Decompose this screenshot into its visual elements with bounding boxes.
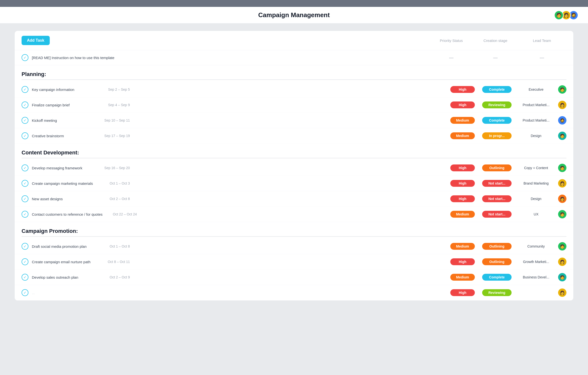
task-cells: Medium Not start... UX 🧑	[450, 210, 566, 218]
col-header-stage: Creation stage	[473, 38, 517, 43]
priority-badge: High	[450, 86, 475, 93]
task-row[interactable]: ✓ Develop sales outreach plan Oct 2 – Oc…	[15, 270, 573, 285]
check-icon: ✓	[22, 289, 28, 296]
row-avatar: 👩	[558, 195, 566, 203]
check-icon: ✓	[22, 164, 28, 171]
row-avatar: 👩	[558, 288, 566, 297]
row-avatar: 🧑	[558, 85, 566, 94]
task-date: Oct 22 – Oct 24	[102, 212, 137, 216]
dash-stage: —	[473, 55, 517, 60]
lead-team: Community	[516, 244, 556, 248]
read-me-text: [READ ME] Instruction on how to use this…	[32, 56, 114, 60]
priority-badge: High	[450, 101, 475, 108]
check-icon: ✓	[22, 274, 28, 281]
check-icon: ✓	[22, 195, 28, 202]
task-name: Creative brainstorm	[32, 134, 96, 138]
task-cells: Medium Complete Product Marketi... 🧔	[450, 116, 566, 125]
row-avatar: 🧑	[558, 132, 566, 140]
task-name: Finalize campaign brief	[32, 103, 96, 107]
section-divider-0	[22, 79, 566, 80]
task-row[interactable]: ✓ Draft social media promotion plan Oct …	[15, 239, 573, 254]
task-name: Develop messaging framework	[32, 166, 96, 170]
task-date: Sep 17 – Sep 19	[96, 134, 130, 138]
task-row[interactable]: ✓ Creative brainstorm Sep 17 – Sep 19 Me…	[15, 128, 573, 144]
section-header-1: Content Development:	[15, 144, 573, 158]
status-badge: Complete	[482, 274, 512, 281]
task-name: Create campaign email nurture path	[32, 260, 96, 264]
check-icon: ✓	[22, 86, 28, 93]
lead-team: Executive	[516, 88, 556, 91]
status-badge: Outlining	[482, 243, 512, 250]
task-row[interactable]: ✓ Create campaign marketing materials Oc…	[15, 176, 573, 191]
read-me-row: ✓ [READ ME] Instruction on how to use th…	[15, 50, 573, 65]
status-badge: Not start...	[482, 211, 512, 218]
lead-team: Business Devel...	[516, 275, 556, 279]
lead-team: Design	[516, 197, 556, 201]
row-avatar: 👩	[558, 258, 566, 266]
task-cells: High Not start... Brand Marketing 👩	[450, 179, 566, 188]
task-row[interactable]: ✓ New asset designs Oct 2 – Oct 8 High N…	[15, 191, 573, 207]
status-badge: Outlining	[482, 164, 512, 171]
priority-badge: High	[450, 258, 475, 265]
priority-badge: Medium	[450, 117, 475, 124]
priority-badge: Medium	[450, 274, 475, 281]
row-avatar: 🧑	[558, 164, 566, 172]
task-name: New asset designs	[32, 197, 96, 201]
task-name: Develop sales outreach plan	[32, 275, 96, 279]
check-icon: ✓	[22, 117, 28, 124]
check-icon: ✓	[22, 180, 28, 187]
task-date: Sep 10 – Sep 11	[96, 118, 130, 122]
task-name: Contact customers to reference / for quo…	[32, 212, 102, 216]
section-divider-2	[22, 236, 566, 237]
lead-team: Growth Marketi...	[516, 260, 556, 264]
check-icon: ✓	[22, 54, 28, 61]
task-row[interactable]: ✓ Kickoff meeting Sep 10 – Sep 11 Medium…	[15, 113, 573, 128]
lead-team: Brand Marketing	[516, 181, 556, 185]
priority-badge: Medium	[450, 211, 475, 218]
task-cells: High Not start... Design 👩	[450, 195, 566, 203]
main-content: Add Task Priority Status Creation stage …	[0, 24, 588, 308]
row-avatar: 🧑	[558, 242, 566, 250]
lead-team: Copy + Content	[516, 166, 556, 170]
task-row[interactable]: ✓ Key campaign information Sep 2 – Sep 5…	[15, 82, 573, 97]
task-card: Add Task Priority Status Creation stage …	[15, 31, 573, 300]
task-row[interactable]: ✓ Contact customers to reference / for q…	[15, 207, 573, 222]
task-cells: High Reviewing 👩	[450, 288, 566, 297]
row-avatar: 👩	[558, 101, 566, 109]
status-badge: Complete	[482, 86, 512, 93]
add-task-button[interactable]: Add Task	[22, 36, 50, 45]
task-name: Create campaign marketing materials	[32, 181, 96, 186]
avatar-1: 🧑	[554, 11, 564, 20]
dash-priority: —	[429, 55, 473, 60]
top-bar	[0, 0, 588, 7]
check-icon: ✓	[22, 243, 28, 250]
priority-badge: High	[450, 289, 475, 296]
task-row[interactable]: ✓ Create campaign email nurture path Oct…	[15, 254, 573, 270]
priority-badge: High	[450, 195, 475, 202]
task-cells: High Outlining Copy + Content 🧑	[450, 164, 566, 172]
check-icon: ✓	[22, 132, 28, 139]
task-name: Key campaign information	[32, 88, 96, 92]
priority-badge: High	[450, 180, 475, 187]
task-date: Sep 2 – Sep 5	[96, 88, 130, 91]
status-badge: Reviewing	[482, 289, 512, 296]
status-badge: Not start...	[482, 195, 512, 202]
check-icon: ✓	[22, 211, 28, 218]
section-title-2: Campaign Promotion:	[22, 228, 78, 234]
priority-badge: High	[450, 164, 475, 171]
task-cells: Medium Outlining Community 🧑	[450, 242, 566, 250]
task-date: Oct 2 – Oct 8	[96, 197, 130, 201]
dashes: — — —	[429, 55, 566, 60]
col-header-priority: Priority Status	[429, 38, 473, 43]
task-row[interactable]: ✓ ... High Reviewing 👩	[15, 285, 573, 300]
status-badge: Complete	[482, 117, 512, 124]
task-row[interactable]: ✓ Finalize campaign brief Sep 4 – Sep 9 …	[15, 97, 573, 113]
task-date: Sep 16 – Sep 20	[96, 166, 130, 170]
header: Campaign Management 🧑 👩 🧔	[0, 7, 588, 24]
task-row[interactable]: ✓ Develop messaging framework Sep 16 – S…	[15, 160, 573, 176]
task-cells: Medium In progr... Design 🧑	[450, 132, 566, 140]
section-title-0: Planning:	[22, 71, 46, 77]
lead-team: Design	[516, 134, 556, 138]
task-cells: High Reviewing Product Marketi... 👩	[450, 101, 566, 109]
dash-lead: —	[517, 55, 566, 60]
